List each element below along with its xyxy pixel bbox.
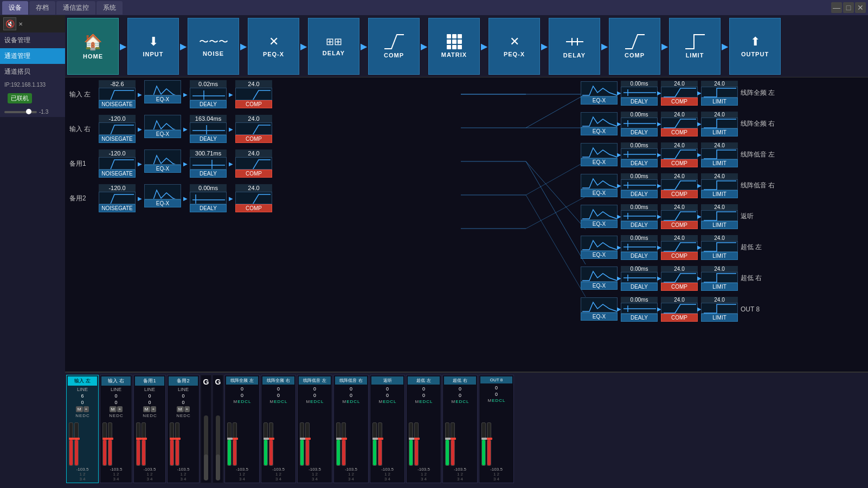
- out-comp-7[interactable]: 24.0 COMP: [663, 297, 696, 322]
- nav-input[interactable]: ⬇ INPUT: [127, 18, 179, 75]
- nav-delay-1[interactable]: ⊞⊞ DELAY: [308, 18, 359, 75]
- out-fader-6b[interactable]: [451, 422, 455, 466]
- mixer-out-7[interactable]: OUT 8 0 0 M E D C L -103.5 1: [479, 375, 514, 483]
- fader-left-0[interactable]: [69, 422, 73, 466]
- out-comp-5[interactable]: 24.0 COMP: [663, 235, 696, 260]
- minimize-button[interactable]: —: [831, 2, 842, 13]
- mixer-input-left[interactable]: 输入 左 LINE 6 0 M + N E D C: [66, 375, 99, 483]
- out-eqx-2[interactable]: EQ-X: [583, 143, 615, 166]
- out-fader-1b[interactable]: [269, 422, 273, 466]
- out-limit-7[interactable]: 24.0 LIMIT: [703, 297, 736, 322]
- tab-device[interactable]: 设备: [2, 1, 28, 15]
- nav-peqx-2[interactable]: ✕ PEQ-X: [488, 18, 540, 75]
- sidebar-item-channel-copy[interactable]: 通道搭贝: [0, 64, 65, 80]
- mute-btn-1[interactable]: M: [110, 406, 117, 412]
- out-fader-2b[interactable]: [305, 422, 310, 466]
- tab-archive[interactable]: 存档: [29, 1, 55, 15]
- mixer-out-2[interactable]: 线阵低音 左 0 0 M E D C L -103.5: [297, 375, 332, 483]
- noisegate-block-1[interactable]: -120.0 NOISEGATE: [99, 115, 136, 143]
- nav-limit[interactable]: LIMIT: [669, 18, 721, 75]
- mixer-spare2[interactable]: 备用2 LINE 0 0 M + N E D C: [167, 375, 200, 483]
- sidebar-item-device-mgmt[interactable]: 设备管理: [0, 32, 65, 48]
- eqx-block-1[interactable]: EQ-X: [144, 115, 181, 143]
- out-eqx-3[interactable]: EQ-X: [583, 174, 615, 197]
- out-delay-3[interactable]: 0.00ms DEALY: [623, 173, 655, 198]
- out-comp-6[interactable]: 24.0 COMP: [663, 266, 696, 291]
- out-eqx-1[interactable]: EQ-X: [583, 112, 615, 135]
- out-comp-0[interactable]: 24.0 COMP: [663, 81, 696, 106]
- fader-1b[interactable]: [108, 422, 112, 466]
- out-comp-4[interactable]: 24.0 COMP: [663, 204, 696, 229]
- nav-comp-1[interactable]: COMP: [368, 18, 420, 75]
- mixer-spare1[interactable]: 备用1 LINE 0 0 M + N E D C: [133, 375, 166, 483]
- mixer-input-right[interactable]: 输入 右 LINE 0 0 M + N E D C: [100, 375, 132, 483]
- out-limit-3[interactable]: 24.0 LIMIT: [703, 173, 736, 198]
- out-limit-5[interactable]: 24.0 LIMIT: [703, 235, 736, 260]
- out-fader-2[interactable]: [300, 422, 304, 466]
- out-eqx-5[interactable]: EQ-X: [583, 236, 615, 259]
- out-limit-0[interactable]: 24.0 LIMIT: [703, 81, 736, 106]
- fader-1[interactable]: [102, 422, 107, 466]
- tab-monitor[interactable]: 通信监控: [56, 1, 95, 15]
- out-comp-3[interactable]: 24.0 COMP: [663, 173, 696, 198]
- out-comp-1[interactable]: 24.0 COMP: [663, 112, 696, 136]
- out-delay-1[interactable]: 0.00ms DEALY: [623, 112, 655, 136]
- nav-matrix[interactable]: MATRIX: [428, 18, 480, 75]
- out-limit-1[interactable]: 24.0 LIMIT: [703, 112, 736, 136]
- out-fader-0b[interactable]: [233, 422, 237, 466]
- out-delay-0[interactable]: 0.00ms DEALY: [623, 81, 655, 106]
- out-limit-4[interactable]: 24.0 LIMIT: [703, 204, 736, 229]
- mute-btn-2[interactable]: M: [143, 406, 150, 412]
- fader-right-0[interactable]: [74, 422, 79, 466]
- tab-system[interactable]: 系统: [97, 1, 123, 15]
- maximize-button[interactable]: □: [843, 2, 854, 13]
- mute-btn-3[interactable]: M: [177, 406, 184, 412]
- comp-block-1[interactable]: 24.0 COMP: [235, 115, 272, 143]
- mixer-out-0[interactable]: 线阵全频 左 0 0 M E D C L -103.5: [224, 375, 260, 483]
- delay-block-1[interactable]: 163.04ms DEALY: [190, 115, 227, 143]
- volume-slider[interactable]: [4, 111, 37, 113]
- plus-btn-3[interactable]: +: [184, 406, 190, 412]
- close-button[interactable]: ✕: [855, 2, 866, 13]
- out-eqx-7[interactable]: EQ-X: [583, 297, 615, 321]
- out-fader-3[interactable]: [336, 422, 340, 466]
- out-fader-4[interactable]: [372, 422, 377, 466]
- fader-2b[interactable]: [142, 422, 146, 466]
- out-fader-1[interactable]: [263, 422, 268, 466]
- out-fader-7[interactable]: [481, 422, 486, 466]
- out-eqx-4[interactable]: EQ-X: [583, 205, 615, 228]
- nav-peqx-1[interactable]: ✕ PEQ-X: [248, 18, 299, 75]
- out-eqx-6[interactable]: EQ-X: [583, 266, 615, 290]
- out-delay-4[interactable]: 0.00ms DEALY: [623, 204, 655, 229]
- nav-delay-2[interactable]: DELAY: [549, 18, 600, 75]
- mixer-out-3[interactable]: 线阵低音 右 0 0 M E D C L -103.5: [333, 375, 369, 483]
- out-fader-0[interactable]: [227, 422, 232, 466]
- fader-3[interactable]: [170, 422, 174, 466]
- mixer-out-1[interactable]: 线阵全频 右 0 0 M E D C L -103.5: [261, 375, 296, 483]
- delay-block-0[interactable]: 0.02ms DEALY: [190, 80, 227, 108]
- mute-btn-0[interactable]: M: [76, 406, 83, 412]
- out-fader-6[interactable]: [445, 422, 449, 466]
- sidebar-item-channel-mgmt[interactable]: 通道管理: [0, 48, 65, 64]
- nav-home[interactable]: 🏠 HOME: [67, 18, 119, 75]
- comp-block-0[interactable]: 24.0 COMP: [235, 80, 272, 108]
- out-delay-2[interactable]: 0.00ms DEALY: [623, 142, 655, 167]
- mixer-out-4[interactable]: 返听 0 0 M E D C L -103.5 12: [370, 375, 405, 483]
- out-fader-7b[interactable]: [487, 422, 491, 466]
- out-fader-3b[interactable]: [342, 422, 346, 466]
- plus-btn-0[interactable]: +: [83, 406, 89, 412]
- nav-output[interactable]: ⬆ OUTPUT: [729, 18, 781, 75]
- out-delay-7[interactable]: 0.00ms DEALY: [623, 297, 655, 322]
- out-delay-6[interactable]: 0.00ms DEALY: [623, 266, 655, 291]
- nav-comp-2[interactable]: COMP: [609, 18, 660, 75]
- out-limit-2[interactable]: 24.0 LIMIT: [703, 142, 736, 167]
- out-fader-5b[interactable]: [414, 422, 419, 466]
- fader-3b[interactable]: [175, 422, 179, 466]
- mixer-out-6[interactable]: 超低 右 0 0 M E D C L -103.5 12: [442, 375, 478, 483]
- out-eqx-0[interactable]: EQ-X: [583, 81, 615, 105]
- out-limit-6[interactable]: 24.0 LIMIT: [703, 266, 736, 291]
- nav-noise[interactable]: 〜〜〜 NOISE: [188, 18, 239, 75]
- noisegate-block-0[interactable]: -82.6 NOISEGATE: [99, 80, 136, 108]
- out-fader-4b[interactable]: [378, 422, 382, 466]
- plus-btn-1[interactable]: +: [117, 406, 123, 412]
